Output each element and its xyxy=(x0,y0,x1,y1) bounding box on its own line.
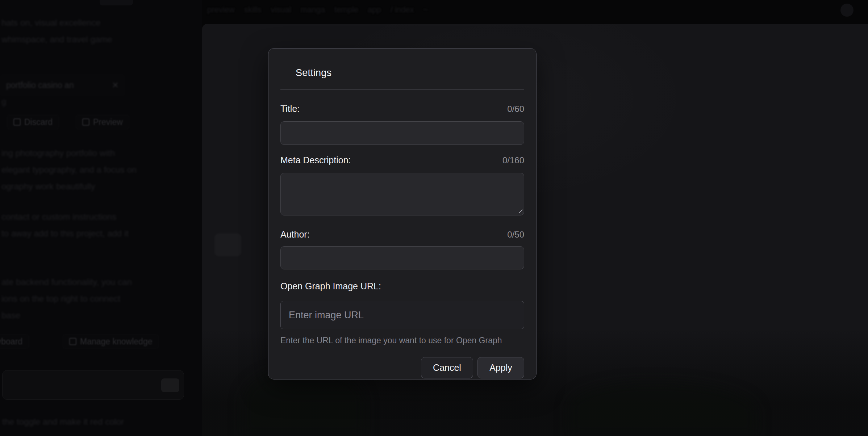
close-icon: ✕ xyxy=(112,80,119,90)
breadcrumb-item: app xyxy=(368,5,381,14)
meta-description-textarea[interactable] xyxy=(280,173,524,215)
assistant-message-text: contact or custom instructions to away a… xyxy=(1,209,193,242)
preview-faint-button xyxy=(214,233,241,256)
breadcrumb-item: ~ xyxy=(423,5,428,14)
title-input[interactable] xyxy=(280,121,524,145)
manage-knowledge-button: Manage knowledge xyxy=(62,334,159,349)
author-counter: 0/50 xyxy=(507,230,524,240)
meta-description-counter: 0/160 xyxy=(502,155,524,165)
discard-button: Discard xyxy=(7,114,59,130)
assistant-message-text: hats on, visual excellence whimspace, an… xyxy=(1,14,193,48)
assistant-message-text: ate backend functionality, you can ions … xyxy=(1,274,193,324)
breadcrumb-item: preview xyxy=(207,5,235,14)
preview-button: Preview xyxy=(75,114,130,130)
sidebar-fragment-text: g xyxy=(1,93,193,110)
assistant-message-text: ing photography portfolio with elegant t… xyxy=(1,145,193,195)
breadcrumb-item: skills xyxy=(244,5,262,14)
breadcrumb-item: visual xyxy=(271,5,291,14)
modal-divider xyxy=(280,89,524,90)
breadcrumb: preview skills visual manga temple app /… xyxy=(207,5,428,14)
title-counter: 0/60 xyxy=(507,104,524,114)
og-image-url-helper-text: Enter the URL of the image you want to u… xyxy=(280,336,524,345)
knowledge-icon xyxy=(69,338,76,345)
breadcrumb-item: temple xyxy=(334,5,358,14)
settings-modal: Settings Title: 0/60 Meta Description: 0… xyxy=(268,48,537,380)
draft-title-input: portfolio casino an ✕ xyxy=(0,74,125,96)
draft-title-value: portfolio casino an xyxy=(6,80,74,90)
feedback-button: eyboard xyxy=(0,334,29,349)
send-icon xyxy=(161,378,179,392)
og-image-url-input[interactable] xyxy=(280,301,524,329)
author-input[interactable] xyxy=(280,246,524,269)
title-label: Title: xyxy=(280,104,300,114)
sidebar: hats on, visual excellence whimspace, an… xyxy=(0,0,202,436)
chat-input xyxy=(2,370,184,400)
avatar xyxy=(840,4,854,17)
modal-title: Settings xyxy=(296,67,524,79)
meta-description-label: Meta Description: xyxy=(280,155,351,165)
author-label: Author: xyxy=(280,229,310,240)
breadcrumb-item: / index xyxy=(391,5,414,14)
user-message-text: the toggle and make it red color xyxy=(2,414,191,430)
og-image-url-label: Open Graph Image URL: xyxy=(280,281,381,292)
apply-button[interactable]: Apply xyxy=(477,357,524,378)
sidebar-tab-handle xyxy=(100,0,133,5)
eye-icon xyxy=(82,118,89,126)
discard-icon xyxy=(13,118,21,126)
cancel-button[interactable]: Cancel xyxy=(421,357,473,378)
breadcrumb-item: manga xyxy=(301,5,325,14)
